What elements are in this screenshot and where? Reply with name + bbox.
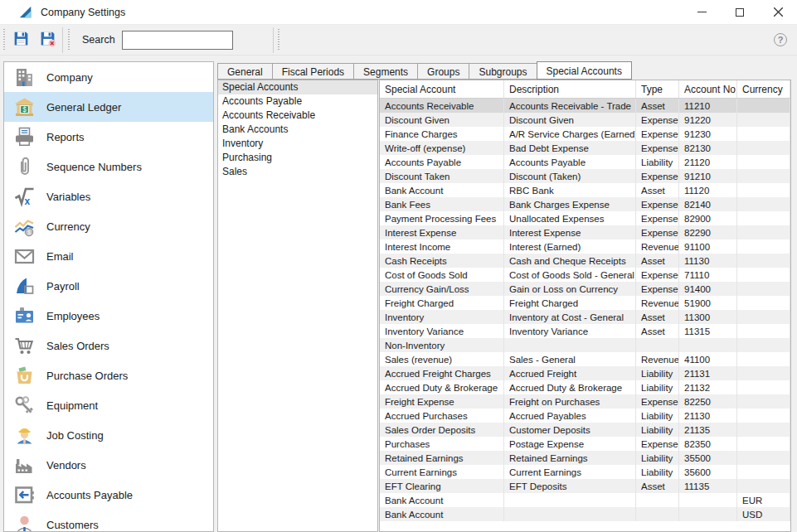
cell-currency [737,282,790,296]
table-row[interactable]: Bank FeesBank Charges ExpenseExpense8214… [380,197,790,211]
table-row[interactable]: Write-off (expense)Bad Debt ExpenseExpen… [380,141,790,155]
table-row[interactable]: Currency Gain/LossGain or Loss on Curren… [380,282,790,296]
table-row[interactable]: Finance ChargesA/R Service Charges (Earn… [380,127,790,141]
sidebar-item-email[interactable]: Email [4,241,213,271]
cell-description [504,338,636,352]
cell-type: Liability [636,380,679,394]
sidebar-item-reports[interactable]: Reports [4,122,213,152]
table-row[interactable]: Retained EarningsRetained EarningsLiabil… [380,451,790,465]
table-row[interactable]: Payment Processing FeesUnallocated Expen… [380,211,790,225]
category-item-bank-accounts[interactable]: Bank Accounts [218,123,377,137]
table-row[interactable]: EFT ClearingEFT DepositsAsset11135 [380,479,790,493]
sidebar-item-employees[interactable]: Employees [4,301,213,331]
column-header-type[interactable]: Type [636,80,679,98]
sidebar-item-label: General Ledger [46,101,121,114]
tab-general[interactable]: General [217,63,273,80]
cell-description: Freight on Purchases [504,394,636,409]
title-bar: Company Settings [0,0,797,25]
search-label: Search [82,34,115,46]
table-row[interactable]: Accrued PurchasesAccrued PayablesLiabili… [380,409,790,423]
table-row[interactable]: Freight ExpenseFreight on PurchasesExpen… [380,394,790,409]
currency-icon: $ [13,215,36,238]
sidebar-item-general-ledger[interactable]: $General Ledger [4,92,213,122]
table-row[interactable]: Bank AccountRBC BankAsset11120 [380,183,790,197]
table-row[interactable]: Freight ChargedFreight ChargedRevenue519… [380,296,790,310]
cell-special-account: Freight Charged [380,296,504,310]
table-row[interactable]: Inventory VarianceInventory VarianceAsse… [380,324,790,338]
table-row[interactable]: Current EarningsCurrent EarningsLiabilit… [380,465,790,479]
tab-segments[interactable]: Segments [353,63,418,80]
table-row[interactable]: Cash ReceiptsCash and Cheque ReceiptsAss… [380,254,790,268]
tab-groups[interactable]: Groups [417,63,469,80]
search-input[interactable] [122,31,233,50]
toolbar-gripper[interactable] [67,29,70,51]
cell-account-no: 91400 [679,282,737,296]
table-row[interactable]: Interest IncomeInterest (Earned)Revenue9… [380,239,790,254]
table-row[interactable]: Sales Order DepositsCustomer DepositsLia… [380,423,790,437]
cell-account-no: 11120 [679,183,737,197]
help-button[interactable]: ? [774,33,787,46]
sidebar-item-accounts-payable[interactable]: Accounts Payable [4,480,213,510]
category-item-special-accounts[interactable]: Special Accounts [218,80,377,94]
cell-account-no: 41100 [679,352,737,366]
cell-special-account: Discount Taken [380,169,504,183]
table-row[interactable]: Accrued Freight ChargesAccrued FreightLi… [380,366,790,380]
sidebar-item-equipment[interactable]: Equipment [4,390,213,420]
sidebar-item-vendors[interactable]: Vendors [4,450,213,480]
sidebar-item-currency[interactable]: $Currency [4,211,213,241]
sidebar-item-company[interactable]: Company [4,62,213,92]
category-item-sales[interactable]: Sales [218,165,377,179]
category-item-accounts-payable[interactable]: Accounts Payable [218,94,377,109]
tab-fiscal-periods[interactable]: Fiscal Periods [272,63,354,80]
table-row[interactable]: Cost of Goods SoldCost of Goods Sold - G… [380,268,790,282]
column-header-description[interactable]: Description [504,80,636,98]
cell-type: Liability [636,155,679,169]
sidebar-item-variables[interactable]: xVariables [4,181,213,211]
table-row[interactable]: InventoryInventory at Cost - GeneralAsse… [380,310,790,324]
cell-type: Expense [636,169,679,183]
table-row[interactable]: Bank AccountEUR [380,493,790,507]
cell-special-account: Freight Expense [380,394,504,409]
table-row[interactable]: Sales (revenue)Sales - GeneralRevenue411… [380,352,790,366]
cell-account-no: 21132 [679,380,737,394]
table-row[interactable]: Accounts ReceivableAccounts Receivable -… [380,99,790,113]
table-row[interactable]: Non-Inventory [380,338,790,352]
table-row[interactable]: Discount GivenDiscount GivenExpense91220 [380,113,790,127]
table-row[interactable]: Accrued Duty & BrokerageAccrued Duty & B… [380,380,790,394]
sidebar-item-purchase-orders[interactable]: Purchase Orders [4,360,213,390]
save-button[interactable] [10,29,32,51]
category-item-accounts-receivable[interactable]: Accounts Receivable [218,109,377,123]
sidebar-item-payroll[interactable]: Payroll [4,271,213,301]
cell-type [636,338,679,352]
save-cancel-button[interactable] [36,29,58,51]
maximize-button[interactable] [721,0,759,24]
save-icon [12,30,30,51]
category-item-purchasing[interactable]: Purchasing [218,151,377,165]
minimize-button[interactable] [683,0,721,24]
table-row[interactable]: Discount TakenDiscount (Taken)Expense912… [380,169,790,183]
sidebar-item-customers[interactable]: Customers [4,510,213,532]
table-row[interactable]: Accounts PayableAccounts PayableLiabilit… [380,155,790,169]
tab-subgroups[interactable]: Subgroups [469,63,537,80]
sidebar-item-sequence-numbers[interactable]: Sequence Numbers [4,152,213,181]
sidebar-item-job-costing[interactable]: Job Costing [4,420,213,450]
column-header-special-account[interactable]: Special Account [380,80,504,98]
sidebar-item-sales-orders[interactable]: Sales Orders [4,331,213,360]
table-row[interactable]: Bank AccountUSD [380,507,790,521]
cell-account-no: 11315 [679,324,737,338]
column-header-account-no[interactable]: Account No [679,80,737,98]
cell-account-no: 82900 [679,211,737,225]
toolbar-gripper[interactable] [278,29,280,51]
cell-type: Asset [636,479,679,493]
table-row[interactable]: PurchasesPostage ExpenseExpense82350 [380,437,790,451]
tab-special-accounts[interactable]: Special Accounts [537,61,632,80]
cell-currency [737,380,790,394]
cell-special-account: Write-off (expense) [380,141,504,155]
toolbar-gripper[interactable] [2,29,5,51]
category-item-inventory[interactable]: Inventory [218,137,377,151]
column-header-currency[interactable]: Currency [737,80,790,98]
close-button[interactable] [759,0,797,24]
cell-type: Asset [636,183,679,197]
table-row[interactable]: Interest ExpenseInterest ExpenseExpense8… [380,225,790,239]
cell-account-no: 82140 [679,197,737,211]
